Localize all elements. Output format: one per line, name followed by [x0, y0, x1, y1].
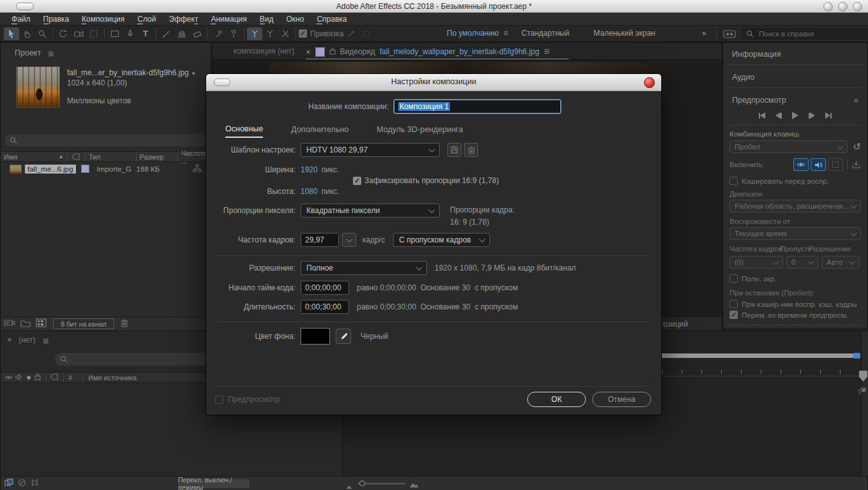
audio-panel-tab[interactable]: Аудио	[723, 71, 867, 84]
flowchart-icon[interactable]	[193, 163, 202, 175]
panel-menu-icon[interactable]: ≡	[854, 96, 858, 104]
camera-tool-icon[interactable]	[71, 27, 86, 40]
save-preset-icon[interactable]	[447, 143, 461, 157]
tab-footage-filename[interactable]: fall_melody_wallpaper_by_inertiak-d5fg9h…	[380, 47, 539, 56]
zoom-tool-icon[interactable]	[34, 27, 50, 40]
tag-icon[interactable]	[50, 373, 58, 382]
window-control-icon[interactable]	[838, 2, 848, 11]
fullscreen-checkbox[interactable]	[730, 274, 738, 283]
window-control-icon[interactable]	[853, 2, 862, 11]
ok-button[interactable]: ОК	[527, 392, 586, 407]
tab-basic[interactable]: Основные	[225, 124, 263, 138]
project-search[interactable]	[4, 134, 206, 147]
shape-tool-icon[interactable]	[107, 27, 123, 40]
menu-edit[interactable]: Правка	[37, 15, 76, 24]
workspace-overflow-chevron[interactable]: »	[702, 29, 707, 38]
delete-preset-trash-icon[interactable]	[464, 143, 478, 157]
timeline-right-scrollbar[interactable]	[861, 331, 868, 476]
audio-speaker-icon[interactable]	[15, 374, 23, 382]
height-value[interactable]: 1080	[301, 187, 318, 196]
tab-composition-none[interactable]: композиция (нет)	[234, 47, 294, 56]
hand-tool-icon[interactable]	[19, 27, 34, 40]
trash-icon[interactable]	[121, 318, 128, 330]
reset-icon[interactable]: ↺	[853, 141, 861, 152]
view-axis-mode-icon[interactable]	[278, 27, 293, 40]
panel-menu-icon[interactable]: ≡	[43, 336, 49, 347]
zoom-in-mountain-icon[interactable]	[409, 479, 419, 490]
footage-thumbnail[interactable]	[16, 66, 60, 108]
play-from-dropdown[interactable]: Текущее время	[730, 227, 861, 240]
pen-circle-icon[interactable]	[18, 478, 26, 489]
workspace-menu-icon[interactable]: ≡	[504, 29, 508, 38]
solo-icon[interactable]	[27, 376, 31, 380]
frame-rate-input[interactable]: 29,97	[301, 233, 339, 247]
timeline-zoom-slider[interactable]	[358, 483, 405, 484]
preview-checkbox[interactable]	[215, 396, 223, 404]
help-search[interactable]	[742, 28, 868, 40]
width-value[interactable]: 1920	[301, 165, 318, 174]
label-color-swatch[interactable]	[315, 47, 325, 57]
new-folder-icon[interactable]	[20, 318, 31, 330]
puppet-pin-tool-icon[interactable]	[226, 27, 241, 40]
footage-title[interactable]: fall_me...er_by_inertiak-d5fg9h6.jpg ▼	[67, 68, 196, 77]
pixel-aspect-dropdown[interactable]: Квадратные пиксели	[301, 204, 440, 218]
world-axis-mode-icon[interactable]	[262, 27, 278, 40]
workspace-standard[interactable]: Стандартный	[521, 29, 569, 38]
stacked-squares-icon[interactable]	[4, 478, 13, 489]
snap-arrow-icon[interactable]	[343, 27, 359, 40]
cancel-button[interactable]: Отмена	[592, 392, 651, 407]
lock-icon[interactable]	[34, 373, 41, 382]
comp-marker-icon[interactable]	[857, 386, 867, 397]
zoom-slider-knob[interactable]	[359, 480, 365, 486]
panel-menu-icon[interactable]: ≡	[544, 46, 550, 57]
composition-name-input[interactable]: Композиция 1	[394, 100, 561, 114]
help-search-input[interactable]	[758, 29, 849, 38]
frame-rate-dropdown-button[interactable]	[342, 233, 356, 247]
timeline-tab-name[interactable]: (нет)	[19, 336, 35, 345]
selection-tool-icon[interactable]	[4, 27, 19, 40]
rotate-tool-icon[interactable]	[56, 27, 71, 40]
roto-brush-tool-icon[interactable]	[211, 27, 226, 40]
shortcut-dropdown[interactable]: Пробел	[730, 140, 848, 153]
workspace-small-screen[interactable]: Маленький экран	[594, 29, 655, 38]
resolution-dropdown[interactable]: Авто	[821, 256, 860, 269]
resolution-dropdown[interactable]: Полное	[301, 261, 427, 275]
first-frame-icon[interactable]	[759, 112, 765, 119]
interpret-footage-icon[interactable]	[4, 318, 15, 330]
local-axis-mode-icon[interactable]	[247, 27, 262, 40]
disclosure-triangle-icon[interactable]: ▼	[191, 71, 196, 77]
composition-viewer-label-clipped[interactable]: озиций	[663, 320, 688, 329]
brush-tool-icon[interactable]	[159, 27, 174, 40]
timeline-search[interactable]	[55, 353, 213, 366]
range-dropdown[interactable]: Рабочая область, расширенная...	[730, 200, 861, 212]
include-audio-speaker-icon[interactable]	[811, 158, 826, 171]
preview-panel-tab[interactable]: Предпросмотр ≡	[723, 94, 867, 107]
menu-layer[interactable]: Слой	[131, 15, 162, 24]
clone-stamp-tool-icon[interactable]	[174, 27, 190, 40]
snap-checkbox[interactable]: ✓	[299, 29, 307, 38]
column-header-type[interactable]: Тип	[86, 152, 136, 161]
cache-playback-checkbox[interactable]	[730, 300, 738, 308]
type-tool-icon[interactable]: T	[138, 27, 153, 40]
project-panel-tab[interactable]: Проект	[15, 48, 41, 57]
tab-footage-active[interactable]: × Видеоряд fall_melody_wallpaper_by_iner…	[306, 45, 550, 59]
transfer-controls-icon[interactable]	[31, 478, 39, 489]
dialog-close-button[interactable]	[644, 77, 655, 88]
video-eye-icon[interactable]	[4, 374, 13, 382]
source-name-column[interactable]: Имя источника	[88, 374, 137, 382]
drop-frame-dropdown[interactable]: С пропуском кадров	[393, 233, 490, 247]
snap-box-icon[interactable]	[359, 27, 374, 40]
column-header-size[interactable]: Размер	[137, 152, 179, 161]
info-panel-tab[interactable]: Информация	[723, 48, 867, 61]
panel-menu-icon[interactable]: ≡	[48, 48, 54, 60]
window-control-icon[interactable]	[823, 2, 833, 11]
workspace-switcher-icon[interactable]	[723, 29, 736, 41]
fps-dropdown[interactable]: (0)	[730, 256, 783, 269]
pan-behind-tool-icon[interactable]	[86, 27, 101, 40]
sort-ascending-icon[interactable]: ▲	[59, 154, 64, 160]
zoom-out-mountain-icon[interactable]	[346, 480, 354, 490]
play-icon[interactable]	[792, 112, 798, 119]
include-overlays-frame-icon[interactable]	[828, 158, 843, 171]
menu-animation[interactable]: Анимация	[204, 15, 253, 24]
pen-tool-icon[interactable]	[123, 27, 138, 40]
